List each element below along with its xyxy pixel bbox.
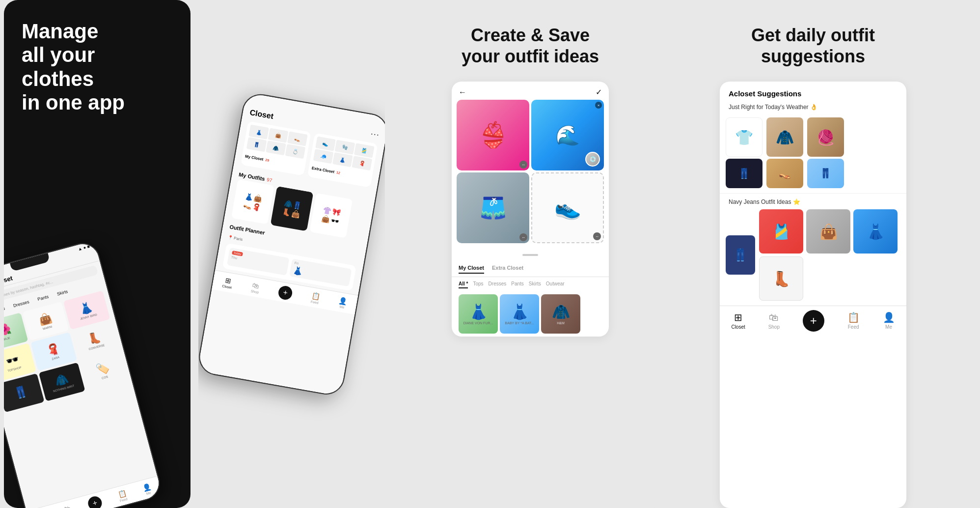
- sugg-white-tee[interactable]: 👕: [726, 117, 762, 157]
- outfit-emoji-group: 👚 🎀 👜 🕶️: [319, 203, 344, 227]
- weather-emoji: 👌: [810, 104, 817, 111]
- outfit-em: 🎀: [331, 207, 341, 217]
- nav-feed[interactable]: 📋 Feed: [117, 489, 128, 503]
- mini-item: 🎽: [354, 143, 375, 158]
- bnav-closet-icon: ⊞: [734, 311, 742, 323]
- cat-pants[interactable]: Pants: [511, 280, 524, 288]
- outfit-em: 🕶️: [330, 216, 340, 226]
- collage-blue-item[interactable]: 🌊 × 💿: [531, 100, 604, 170]
- outfit-card[interactable]: 👗 👜 👡 🧣: [231, 179, 274, 225]
- cat-skirts[interactable]: Skirts: [529, 280, 541, 288]
- cloth-item-2[interactable]: 👗 BABY BY *A BAT...: [500, 294, 539, 334]
- bnav-fab-button[interactable]: +: [803, 310, 824, 332]
- mini-item: 👟: [315, 136, 336, 151]
- hero-title: Manage all your clothes in one app: [22, 20, 173, 114]
- bnav-feed-icon: 📋: [847, 311, 860, 323]
- nav2-shop[interactable]: 🛍 Shop: [250, 281, 260, 294]
- tab-my-closet[interactable]: My Closet: [459, 265, 484, 274]
- nav-add[interactable]: +: [86, 495, 103, 508]
- cloth-item-1[interactable]: 👗 DIANE VON FUR...: [459, 294, 498, 334]
- cat-outwear[interactable]: Outwear: [546, 280, 565, 288]
- navy-white-boots[interactable]: 👢: [759, 256, 803, 301]
- outfit-em: 👜: [291, 209, 301, 219]
- nav2-shop-label: Shop: [250, 289, 259, 294]
- outfit-builder-card: ← ✓ 👙 ↔ 🌊 × 💿 🩳 ↔ 👟: [452, 82, 609, 337]
- cloth-item-3[interactable]: 🧥 H&M: [541, 294, 580, 334]
- mini-item: 👡: [287, 131, 308, 146]
- fab-add-button[interactable]: +: [86, 495, 103, 508]
- outfit-set-3: 🧶 👖: [807, 117, 844, 188]
- nav2-feed[interactable]: 📋 Feed: [310, 291, 321, 305]
- nav2-add[interactable]: +: [277, 284, 293, 300]
- sugg-light-jeans[interactable]: 👖: [807, 159, 844, 188]
- outfit-em: 👗: [244, 192, 254, 201]
- white-boots-em: 👢: [772, 270, 790, 287]
- cloth-brand-3: H&M: [557, 321, 565, 325]
- mini-item: 🧤: [335, 140, 355, 154]
- outfit-card[interactable]: 👚 🎀 👜 🕶️: [309, 193, 353, 238]
- navy-gray-bag[interactable]: 👜: [806, 209, 850, 254]
- sugg-sandals[interactable]: 👡: [766, 159, 803, 188]
- clothes-brand: MAJE: [4, 337, 10, 341]
- resize-handle[interactable]: ↔: [519, 161, 527, 169]
- white-tee-em: 👕: [735, 129, 753, 146]
- resize-handle-3[interactable]: ↔: [593, 232, 601, 240]
- bnav-me[interactable]: 👤 Me: [883, 311, 895, 330]
- bnav-shop[interactable]: 🛍 Shop: [768, 312, 780, 330]
- navy-blue-floral[interactable]: 👗: [853, 209, 898, 254]
- sugg-tan-knit[interactable]: 🧶: [807, 117, 844, 157]
- navy-red-check[interactable]: 🎽: [759, 209, 803, 254]
- blue-item-visual: 🌊: [555, 124, 580, 147]
- panel4-title: Get daily outfit suggestions: [751, 25, 875, 67]
- sugg-tan-cardigan[interactable]: 🧥: [766, 117, 803, 157]
- mini-item: 💍: [285, 144, 306, 159]
- navy-jeans-em: 👖: [733, 248, 748, 262]
- close-item-button[interactable]: ×: [595, 102, 602, 109]
- collage-sneakers[interactable]: 👟 ↔: [531, 172, 604, 243]
- outfit-card[interactable]: 🧥 👖 👢 👜: [271, 186, 314, 231]
- planner-day-thu[interactable]: Today Thu: [227, 248, 289, 276]
- bnav-feed[interactable]: 📋 Feed: [847, 311, 860, 330]
- sugg-black-pants[interactable]: 👖: [726, 159, 762, 188]
- confirm-button[interactable]: ✓: [596, 87, 602, 97]
- resize-handle-2[interactable]: ↔: [519, 233, 527, 241]
- shop-nav-icon: 🛍: [63, 504, 72, 508]
- outfit-set-1: 👕 👖: [726, 117, 762, 188]
- back-button[interactable]: ←: [459, 88, 466, 97]
- closet2-nav-icon: ⊞: [224, 276, 232, 285]
- outfit-em: 👢: [282, 208, 292, 217]
- clothes-item[interactable]: 👖: [4, 373, 44, 412]
- nav2-feed-label: Feed: [310, 300, 319, 305]
- navy-jeans-thumb[interactable]: 👖: [726, 235, 755, 275]
- cat-tops[interactable]: Tops: [473, 280, 483, 288]
- nav-shop[interactable]: 🛍 Shop: [62, 504, 73, 508]
- tan-cardigan-em: 🧥: [776, 129, 794, 146]
- collage-pink-top[interactable]: 👙 ↔: [457, 100, 529, 170]
- sneakers-visual: 👟: [554, 195, 581, 221]
- outfit-collage: 👙 ↔ 🌊 × 💿 🩳 ↔ 👟 ↔: [452, 100, 609, 247]
- bnav-add[interactable]: +: [803, 310, 824, 332]
- phone-mockup-1: 2:35 ▲ ● ■ ← My Closet ⇅ Group clothes b…: [4, 239, 163, 508]
- cat-dresses[interactable]: Dresses: [489, 280, 507, 288]
- gray-bag-em: 👜: [819, 223, 838, 240]
- nav-me[interactable]: 👤 Me: [142, 482, 153, 496]
- nav2-me[interactable]: 👤 Me: [338, 296, 348, 310]
- clothes-emoji: 🏷️: [94, 361, 110, 377]
- nav2-closet[interactable]: ⊞ Closet: [222, 276, 234, 289]
- tab-extra-closet[interactable]: Extra Closet: [492, 265, 523, 274]
- navy-jeans-row: 👖 🎽 👜 👗 👢: [720, 207, 906, 306]
- cat-all[interactable]: All *: [459, 280, 468, 288]
- red-check-em: 🎽: [772, 223, 790, 240]
- mini-item: 🧣: [352, 156, 372, 170]
- mini-item: 🧢: [313, 149, 334, 164]
- fab-add-button-2[interactable]: +: [277, 284, 293, 300]
- mini-item: 👜: [268, 128, 289, 142]
- bnav-closet[interactable]: ⊞ Closet: [731, 311, 745, 330]
- collage-shorts[interactable]: 🩳 ↔: [457, 172, 529, 243]
- outfit-emoji-group: 🧥 👖 👢 👜: [279, 197, 304, 221]
- clothes-bottom-grid: 👗 DIANE VON FUR... 👗 BABY BY *A BAT... 🧥…: [452, 291, 609, 337]
- nav2-me-label: Me: [339, 305, 345, 309]
- more-options-icon[interactable]: ···: [370, 128, 380, 140]
- shop2-nav-icon: 🛍: [252, 281, 260, 290]
- planner-day-fri[interactable]: Fri 👗: [289, 258, 352, 286]
